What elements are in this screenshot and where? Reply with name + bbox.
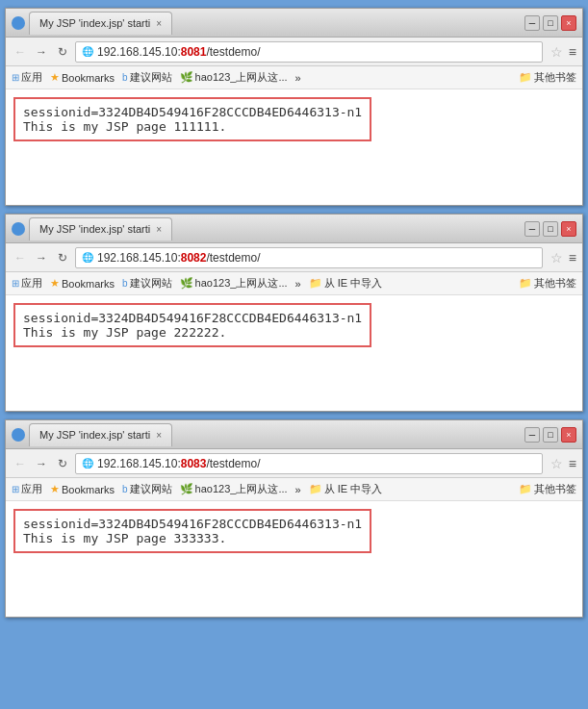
bookmarks-label-2: Bookmarks (62, 278, 115, 290)
tab-2[interactable]: My JSP 'index.jsp' starti × (29, 217, 172, 241)
apps-bookmark-1[interactable]: ⊞ 应用 (12, 70, 42, 85)
address-bar-3[interactable]: 🌐 192.168.145.10:8083/testdemo/ (75, 453, 543, 474)
more-bookmark-1[interactable]: » (295, 72, 301, 84)
back-btn-3[interactable]: ← (12, 455, 29, 472)
browser-window-3: My JSP 'index.jsp' starti × ─ □ × ← → ↻ … (5, 419, 583, 618)
star-icon-2[interactable]: ☆ (550, 250, 563, 266)
tab-label-1: My JSP 'index.jsp' starti (39, 17, 150, 29)
more-bookmark-3[interactable]: » (295, 484, 301, 495)
close-btn-2[interactable]: × (561, 221, 576, 237)
apps-grid-icon-1: ⊞ (12, 72, 19, 83)
minimize-btn-3[interactable]: ─ (524, 427, 540, 443)
minimize-btn-2[interactable]: ─ (524, 221, 540, 237)
apps-bookmark-3[interactable]: ⊞ 应用 (12, 482, 42, 496)
title-bar-left-2: My JSP 'index.jsp' starti × (12, 217, 174, 241)
apps-label-2: 应用 (21, 276, 42, 291)
bookmarks-item-1[interactable]: ★ Bookmarks (50, 71, 115, 84)
site2-bookmark-3[interactable]: 🌿 hao123_上网从这... (180, 482, 288, 496)
folder-label-3: 其他书签 (534, 482, 576, 496)
url-port-3: 8083 (181, 457, 207, 470)
browser-icon-3 (12, 428, 25, 442)
site1-bookmark-1[interactable]: b 建议网站 (122, 70, 172, 85)
menu-icon-1[interactable]: ≡ (569, 44, 576, 60)
lock-icon-3: 🌐 (82, 458, 93, 468)
apps-label-3: 应用 (21, 482, 42, 496)
maximize-btn-2[interactable]: □ (543, 221, 558, 237)
title-bar-left-3: My JSP 'index.jsp' starti × (12, 423, 174, 446)
forward-btn-3[interactable]: → (33, 455, 50, 472)
site2-icon-2: 🌿 (180, 277, 193, 290)
url-prefix-2: 192.168.145.10: (97, 251, 181, 265)
menu-icon-2[interactable]: ≡ (569, 250, 576, 266)
window-controls-2: ─ □ × (524, 221, 576, 237)
site1-bookmark-3[interactable]: b 建议网站 (122, 482, 172, 496)
back-btn-1[interactable]: ← (12, 43, 29, 61)
apps-grid-icon-3: ⊞ (12, 484, 19, 494)
site2-bookmark-2[interactable]: 🌿 hao123_上网从这... (180, 276, 288, 291)
site2-label-1: hao123_上网从这... (195, 70, 288, 85)
refresh-btn-2[interactable]: ↻ (54, 249, 71, 266)
star-icon-3[interactable]: ☆ (550, 456, 563, 471)
ie-import-2[interactable]: 📁 从 IE 中导入 (309, 276, 383, 291)
session-line-2: sessionid=3324DB4D549416F28CCCDB4ED64463… (23, 311, 362, 325)
nav-bar-3: ← → ↻ 🌐 192.168.145.10:8083/testdemo/ ☆ … (6, 449, 582, 478)
bookmarks-bar-3: ⊞ 应用 ★ Bookmarks b 建议网站 🌿 hao123_上网从这...… (6, 478, 582, 501)
tab-close-2[interactable]: × (156, 224, 162, 235)
tab-1[interactable]: My JSP 'index.jsp' starti × (29, 12, 172, 35)
site2-label-3: hao123_上网从这... (195, 482, 288, 496)
bookmarks-bar-2: ⊞ 应用 ★ Bookmarks b 建议网站 🌿 hao123_上网从这...… (6, 272, 582, 295)
window-controls-3: ─ □ × (524, 427, 576, 443)
site1-icon-1: b (122, 72, 128, 83)
refresh-btn-1[interactable]: ↻ (54, 43, 71, 61)
content-box-2: sessionid=3324DB4D549416F28CCCDB4ED64463… (13, 303, 371, 347)
tab-3[interactable]: My JSP 'index.jsp' starti × (29, 423, 172, 446)
browser-window-2: My JSP 'index.jsp' starti × ─ □ × ← → ↻ … (5, 214, 583, 412)
menu-icon-3[interactable]: ≡ (569, 456, 576, 471)
tab-close-1[interactable]: × (156, 18, 162, 29)
site2-bookmark-1[interactable]: 🌿 hao123_上网从这... (180, 70, 288, 85)
tab-close-3[interactable]: × (156, 430, 162, 441)
other-folder-2[interactable]: 📁 其他书签 (519, 276, 576, 291)
forward-btn-2[interactable]: → (33, 249, 50, 266)
page-line-3: This is my JSP page 333333. (23, 531, 362, 545)
folder-icon-1: 📁 (519, 71, 532, 84)
bookmarks-star-icon-2: ★ (50, 277, 60, 290)
site1-bookmark-2[interactable]: b 建议网站 (122, 276, 172, 291)
title-bar-3: My JSP 'index.jsp' starti × ─ □ × (6, 420, 582, 449)
minimize-btn-1[interactable]: ─ (524, 15, 540, 31)
folder-icon-3: 📁 (519, 483, 532, 495)
session-line-1: sessionid=3324DB4D549416F28CCCDB4ED64463… (23, 105, 362, 119)
other-folder-1[interactable]: 📁 其他书签 (519, 70, 576, 85)
other-folder-3[interactable]: 📁 其他书签 (519, 482, 576, 496)
bookmarks-star-icon-1: ★ (50, 71, 60, 84)
more-bookmark-2[interactable]: » (295, 278, 301, 290)
content-area-1: sessionid=3324DB4D549416F28CCCDB4ED64463… (6, 89, 582, 205)
address-bar-2[interactable]: 🌐 192.168.145.10:8082/testdemo/ (75, 247, 543, 268)
apps-bookmark-2[interactable]: ⊞ 应用 (12, 276, 42, 291)
forward-btn-1[interactable]: → (33, 43, 50, 61)
refresh-btn-3[interactable]: ↻ (54, 455, 71, 472)
bookmarks-item-2[interactable]: ★ Bookmarks (50, 277, 115, 290)
ie-icon-3: 📁 (309, 483, 322, 495)
close-btn-1[interactable]: × (561, 15, 576, 31)
more-label-2: » (295, 278, 301, 290)
maximize-btn-1[interactable]: □ (543, 15, 558, 31)
maximize-btn-3[interactable]: □ (543, 427, 558, 443)
url-prefix-1: 192.168.145.10: (97, 45, 181, 59)
apps-grid-icon-2: ⊞ (12, 278, 19, 289)
tab-label-2: My JSP 'index.jsp' starti (39, 223, 150, 235)
close-btn-3[interactable]: × (561, 427, 576, 443)
bookmarks-item-3[interactable]: ★ Bookmarks (50, 483, 115, 495)
address-bar-1[interactable]: 🌐 192.168.145.10:8081/testdemo/ (75, 41, 543, 63)
bookmarks-bar-1: ⊞ 应用 ★ Bookmarks b 建议网站 🌿 hao123_上网从这...… (6, 66, 582, 89)
content-box-1: sessionid=3324DB4D549416F28CCCDB4ED64463… (13, 97, 371, 141)
folder-label-1: 其他书签 (534, 70, 576, 85)
ie-import-3[interactable]: 📁 从 IE 中导入 (309, 482, 383, 496)
folder-icon-2: 📁 (519, 277, 532, 290)
browser-icon-1 (12, 16, 25, 30)
url-port-2: 8082 (181, 251, 207, 265)
browser-window-1: My JSP 'index.jsp' starti × ─ □ × ← → ↻ … (5, 8, 583, 206)
site2-icon-3: 🌿 (180, 483, 193, 495)
star-icon-1[interactable]: ☆ (550, 44, 563, 60)
back-btn-2[interactable]: ← (12, 249, 29, 266)
